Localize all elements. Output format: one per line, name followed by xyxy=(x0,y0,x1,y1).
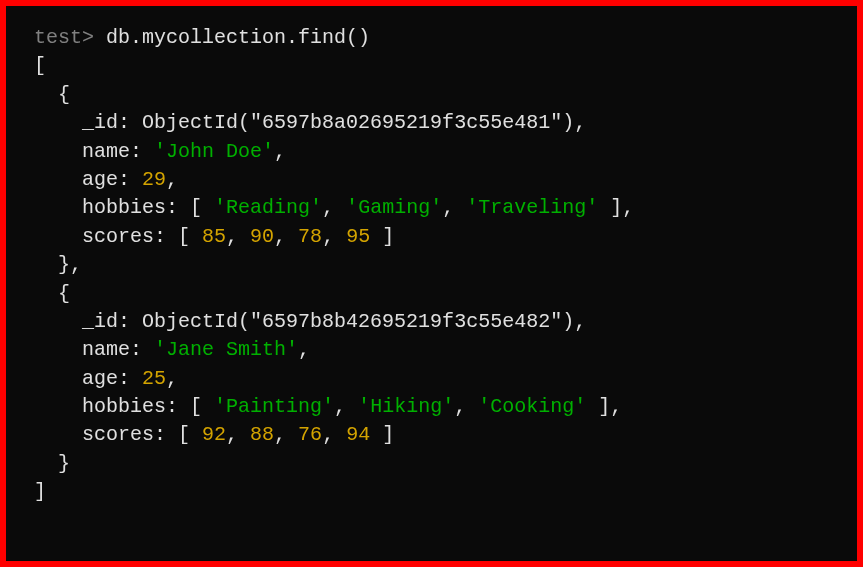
doc-0-age: age: 29, xyxy=(34,166,829,194)
doc-1-open: { xyxy=(34,280,829,308)
prompt-line[interactable]: test> db.mycollection.find() xyxy=(34,24,829,52)
doc-0-open: { xyxy=(34,81,829,109)
doc-0-hobbies: hobbies: [ 'Reading', 'Gaming', 'Traveli… xyxy=(34,194,829,222)
prompt-separator: > xyxy=(82,26,106,49)
doc-1-age: age: 25, xyxy=(34,365,829,393)
output-close-bracket: ] xyxy=(34,478,829,506)
command-text: db.mycollection.find() xyxy=(106,26,370,49)
doc-0-close: }, xyxy=(34,251,829,279)
doc-0-id: _id: ObjectId("6597b8a02695219f3c55e481"… xyxy=(34,109,829,137)
doc-1-close: } xyxy=(34,450,829,478)
doc-1-name: name: 'Jane Smith', xyxy=(34,336,829,364)
doc-1-scores: scores: [ 92, 88, 76, 94 ] xyxy=(34,421,829,449)
doc-0-scores: scores: [ 85, 90, 78, 95 ] xyxy=(34,223,829,251)
prompt-database: test xyxy=(34,26,82,49)
output-open-bracket: [ xyxy=(34,52,829,80)
terminal-output[interactable]: test> db.mycollection.find()[ { _id: Obj… xyxy=(34,24,829,507)
doc-1-id: _id: ObjectId("6597b8b42695219f3c55e482"… xyxy=(34,308,829,336)
doc-1-hobbies: hobbies: [ 'Painting', 'Hiking', 'Cookin… xyxy=(34,393,829,421)
doc-0-name: name: 'John Doe', xyxy=(34,138,829,166)
